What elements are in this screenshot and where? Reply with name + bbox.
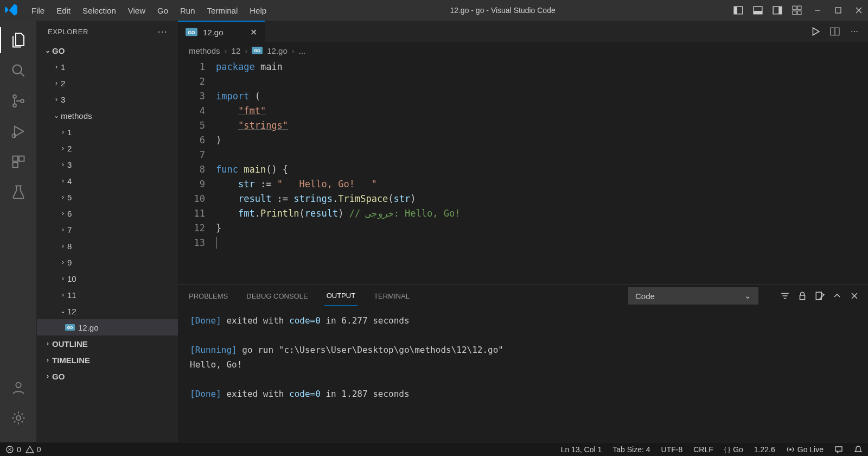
tree-folder[interactable]: ›11 <box>37 287 178 303</box>
status-eol[interactable]: CRLF <box>693 445 713 454</box>
code-content[interactable]: package main import ( "fmt" "strings" ) … <box>216 60 868 284</box>
status-go-live[interactable]: Go Live <box>786 445 824 454</box>
panel-tabs: PROBLEMS DEBUG CONSOLE OUTPUT TERMINAL C… <box>178 285 868 307</box>
output-content[interactable]: [Done] exited with code=0 in 6.277 secon… <box>178 307 868 442</box>
tree-folder-methods[interactable]: ⌄methods <box>37 107 178 124</box>
files-icon <box>10 32 27 48</box>
file-tree: ⌄GO ›1 ›2 ›3 ⌄methods ›1 ›2 ›3 ›4 ›5 ›6 … <box>37 42 178 442</box>
split-editor-icon[interactable] <box>830 27 840 36</box>
run-icon[interactable] <box>810 27 820 36</box>
tree-folder[interactable]: ›2 <box>37 140 178 156</box>
maximize-button[interactable] <box>833 5 843 15</box>
customize-layout-icon[interactable] <box>792 5 802 15</box>
expand-panel-icon[interactable] <box>832 291 842 301</box>
status-warnings[interactable]: 0 <box>25 445 41 454</box>
minimize-button[interactable] <box>813 5 822 15</box>
editor-area: GO 12.go ✕ ⋯ methods› 12› GO 12.go› ... … <box>178 21 868 442</box>
menu-go[interactable]: Go <box>152 3 174 18</box>
filter-icon[interactable] <box>780 291 790 301</box>
tree-folder[interactable]: ›2 <box>37 75 178 91</box>
extensions-activity[interactable] <box>5 149 31 175</box>
broadcast-icon <box>786 445 795 454</box>
tab-close-icon[interactable]: ✕ <box>250 27 257 37</box>
bottom-panel: PROBLEMS DEBUG CONSOLE OUTPUT TERMINAL C… <box>178 284 868 442</box>
debug-console-tab[interactable]: DEBUG CONSOLE <box>244 287 310 306</box>
tree-file-12-go[interactable]: GO 12.go <box>37 319 178 335</box>
problems-tab[interactable]: PROBLEMS <box>187 287 230 306</box>
search-activity[interactable] <box>5 58 31 84</box>
line-gutter: 123 456 789 101112 13 <box>178 60 216 284</box>
menu-edit[interactable]: Edit <box>51 3 76 18</box>
tree-folder[interactable]: ›10 <box>37 270 178 287</box>
explorer-title: EXPLORER <box>48 28 88 36</box>
output-channel-selector[interactable]: Code ⌄ <box>628 287 758 305</box>
status-errors[interactable]: 0 <box>5 445 21 454</box>
output-tab[interactable]: OUTPUT <box>324 286 358 306</box>
breadcrumb[interactable]: methods› 12› GO 12.go› ... <box>178 42 868 59</box>
tree-root[interactable]: ⌄GO <box>37 42 178 59</box>
settings-activity[interactable] <box>5 405 31 431</box>
menu-bar: File Edit Selection View Go Run Terminal… <box>26 3 272 18</box>
svg-line-15 <box>20 73 24 77</box>
svg-text:GO: GO <box>67 326 73 330</box>
toggle-secondary-sidebar-icon[interactable] <box>773 5 782 15</box>
status-cursor-pos[interactable]: Ln 13, Col 1 <box>561 445 602 454</box>
go-section[interactable]: ›GO <box>37 368 178 384</box>
go-file-icon: GO <box>186 28 197 36</box>
menu-selection[interactable]: Selection <box>77 3 122 18</box>
close-panel-icon[interactable] <box>850 291 859 301</box>
status-language[interactable]: { }Go <box>724 445 743 454</box>
menu-terminal[interactable]: Terminal <box>202 3 244 18</box>
tree-folder[interactable]: ›3 <box>37 91 178 107</box>
testing-activity[interactable] <box>5 179 31 205</box>
explorer-activity[interactable] <box>5 27 31 53</box>
menu-run[interactable]: Run <box>175 3 201 18</box>
beaker-icon <box>11 185 26 200</box>
go-file-icon: GO <box>252 47 263 54</box>
tab-12-go[interactable]: GO 12.go ✕ <box>178 21 265 42</box>
menu-file[interactable]: File <box>26 3 50 18</box>
tree-folder[interactable]: ›9 <box>37 254 178 270</box>
vscode-logo-icon <box>4 3 20 18</box>
toggle-primary-sidebar-icon[interactable] <box>733 5 743 15</box>
terminal-tab[interactable]: TERMINAL <box>372 287 412 306</box>
timeline-section[interactable]: ›TIMELINE <box>37 352 178 368</box>
tree-folder-12[interactable]: ⌄12 <box>37 303 178 319</box>
debug-activity[interactable] <box>5 118 31 144</box>
svg-point-24 <box>16 416 20 420</box>
code-editor[interactable]: 123 456 789 101112 13 package main impor… <box>178 59 868 284</box>
close-button[interactable] <box>854 5 864 15</box>
menu-view[interactable]: View <box>123 3 151 18</box>
svg-rect-21 <box>19 156 24 161</box>
chevron-down-icon: ⌄ <box>744 291 751 301</box>
source-control-icon <box>11 93 26 109</box>
tree-folder[interactable]: ›5 <box>37 189 178 205</box>
toggle-panel-icon[interactable] <box>753 5 763 15</box>
explorer-more-icon[interactable]: ⋯ <box>157 26 168 37</box>
outline-section[interactable]: ›OUTLINE <box>37 335 178 352</box>
activity-bar <box>0 21 37 442</box>
tree-folder[interactable]: ›3 <box>37 156 178 173</box>
lock-icon[interactable] <box>797 291 807 301</box>
tree-folder[interactable]: ›4 <box>37 173 178 189</box>
status-feedback-icon[interactable] <box>834 445 843 454</box>
tree-folder[interactable]: ›1 <box>37 59 178 75</box>
tree-folder[interactable]: ›7 <box>37 221 178 238</box>
tree-folder[interactable]: ›8 <box>37 238 178 254</box>
more-actions-icon[interactable]: ⋯ <box>850 27 859 36</box>
explorer-sidebar: EXPLORER ⋯ ⌄GO ›1 ›2 ›3 ⌄methods ›1 ›2 ›… <box>37 21 178 442</box>
tree-folder[interactable]: ›1 <box>37 124 178 140</box>
clear-icon[interactable] <box>815 291 825 301</box>
tree-folder[interactable]: ›6 <box>37 205 178 221</box>
menu-help[interactable]: Help <box>244 3 272 18</box>
status-encoding[interactable]: UTF-8 <box>661 445 683 454</box>
editor-tabs: GO 12.go ✕ ⋯ <box>178 21 868 42</box>
run-debug-icon <box>11 124 26 139</box>
svg-rect-1 <box>734 7 737 14</box>
status-bell-icon[interactable] <box>854 445 863 454</box>
accounts-activity[interactable] <box>5 375 31 401</box>
status-tab-size[interactable]: Tab Size: 4 <box>612 445 650 454</box>
svg-rect-5 <box>778 7 782 14</box>
status-go-version[interactable]: 1.22.6 <box>754 445 775 454</box>
scm-activity[interactable] <box>5 88 31 114</box>
